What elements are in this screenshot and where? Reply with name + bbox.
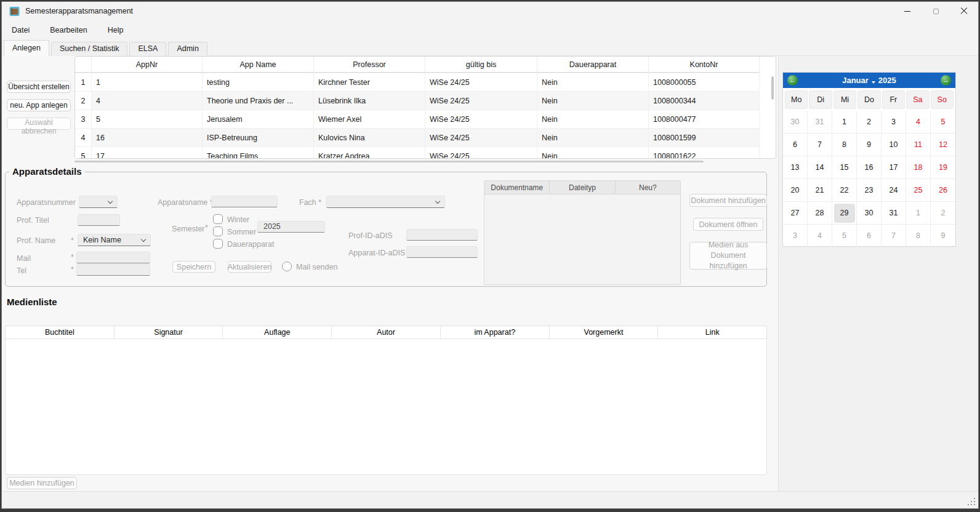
calendar-day[interactable]: 11 (906, 134, 931, 156)
calendar-day[interactable]: 30 (857, 202, 882, 225)
calendar-day[interactable]: 16 (857, 156, 882, 179)
table-row[interactable]: 416ISP-BetreuungKulovics NinaWiSe 24/25N… (75, 128, 776, 146)
calendar-day[interactable]: 15 (832, 156, 857, 179)
menu-help[interactable]: Help (102, 23, 130, 38)
calendar-day[interactable]: 13 (783, 156, 808, 179)
tab-elsa[interactable]: ELSA (129, 42, 166, 56)
table-row[interactable]: 517Teaching FilmsKratzer AndreaWiSe 24/2… (75, 146, 776, 159)
calendar-day[interactable]: 7 (882, 225, 906, 247)
calendar-day[interactable]: 20 (783, 179, 808, 202)
calendar-day[interactable]: 1 (906, 202, 931, 225)
calendar-day[interactable]: 25 (906, 179, 931, 202)
calendar-day[interactable]: 6 (857, 225, 882, 247)
horizontal-scrollbar[interactable] (74, 161, 704, 162)
mail-field[interactable] (76, 252, 150, 263)
uebersicht-erstellen-button[interactable]: Übersicht erstellen (7, 81, 71, 93)
calendar-day[interactable]: 17 (882, 156, 906, 179)
sommer-radio[interactable] (213, 226, 223, 236)
doc-col-dateityp[interactable]: Dateityp (550, 181, 615, 194)
resize-grip-icon[interactable] (974, 504, 975, 505)
dauerapparat-radio[interactable] (213, 239, 223, 249)
prof-id-adis-field[interactable] (406, 229, 478, 241)
year-field[interactable]: 2025 (257, 221, 325, 233)
calendar-day[interactable]: 21 (808, 179, 832, 202)
apparat-col-gueltig-bis[interactable]: gültig bis (425, 57, 537, 73)
calendar-prev-button[interactable]: ← (787, 75, 798, 86)
speichern-button[interactable]: Speichern (172, 261, 215, 273)
calendar-day[interactable]: 5 (931, 111, 955, 134)
calendar-day[interactable]: 9 (857, 134, 882, 156)
calendar-day[interactable]: 30 (783, 111, 808, 134)
tab-anlegen[interactable]: Anlegen (4, 40, 49, 56)
table-row[interactable]: 24Theorie und Praxis der ...Lüsebrink Il… (75, 91, 776, 110)
media-col-link[interactable]: Link (658, 326, 766, 338)
minimize-button[interactable] (893, 2, 922, 20)
calendar-day[interactable]: 10 (882, 134, 906, 156)
calendar-day[interactable]: 22 (832, 179, 857, 202)
calendar-day[interactable]: 31 (808, 111, 832, 134)
calendar-day[interactable]: 8 (832, 134, 857, 156)
calendar-day[interactable]: 19 (931, 156, 955, 179)
apparat-col-professor[interactable]: Professor (314, 57, 425, 73)
vertical-scrollbar[interactable] (771, 76, 774, 100)
menu-bearbeiten[interactable]: Bearbeiten (44, 23, 93, 38)
apparatsname-field[interactable] (211, 196, 278, 207)
calendar-day[interactable]: 6 (783, 134, 808, 156)
prof-name-combobox[interactable]: Kein Name (78, 234, 151, 246)
menu-datei[interactable]: Datei (6, 23, 36, 38)
table-row[interactable]: 35JerusalemWiemer AxelWiSe 24/25Nein1008… (75, 110, 776, 128)
calendar-day[interactable]: 24 (882, 179, 906, 202)
calendar-day[interactable]: 29 (832, 202, 857, 225)
media-col-autor[interactable]: Autor (332, 326, 441, 338)
table-row[interactable]: 11testingKirchner TesterWiSe 24/25Nein10… (75, 73, 776, 91)
doc-col-neu[interactable]: Neu? (616, 181, 680, 194)
tab-suchen-statistik[interactable]: Suchen / Statistik (51, 42, 128, 56)
maximize-button[interactable] (922, 2, 950, 20)
calendar-day[interactable]: 27 (783, 202, 808, 225)
calendar-day[interactable]: 3 (882, 111, 906, 134)
winter-radio[interactable] (213, 214, 223, 224)
calendar-day[interactable]: 2 (931, 202, 955, 225)
calendar-day[interactable]: 3 (783, 225, 808, 247)
media-col-auflage[interactable]: Auflage (223, 326, 332, 338)
dokument-oeffnen-button[interactable]: Dokument öffnen (693, 218, 763, 231)
calendar-day[interactable]: 28 (808, 202, 832, 225)
doc-col-dokumentname[interactable]: Dokumentname (484, 181, 550, 194)
media-col-buchtitel[interactable]: Buchtitel (6, 326, 114, 338)
calendar-day[interactable]: 9 (931, 225, 955, 247)
neu-app-anlegen-button[interactable]: neu. App anlegen (7, 99, 71, 111)
apparatsnummer-combobox[interactable] (79, 196, 118, 208)
auswahl-abbrechen-button[interactable]: Auswahl abbrechen (7, 118, 71, 130)
calendar-day[interactable]: 1 (832, 111, 857, 134)
calendar-day[interactable]: 23 (857, 179, 882, 202)
apparat-col-dauerapparat[interactable]: Dauerapparat (537, 57, 649, 73)
mail-senden-radio[interactable] (282, 262, 292, 271)
dokument-hinzufuegen-button[interactable]: Dokument hinzufügen (689, 194, 767, 207)
apparat-col-app-name[interactable]: App Name (203, 57, 314, 73)
tel-field[interactable] (76, 264, 150, 276)
calendar-day[interactable]: 18 (906, 156, 931, 179)
aktualisieren-button[interactable]: Aktualisieren (228, 261, 271, 273)
calendar-day[interactable]: 8 (906, 225, 931, 247)
apparat-id-adis-field[interactable] (406, 246, 478, 258)
prof-titel-field[interactable] (78, 214, 120, 226)
apparat-col-appnr[interactable]: AppNr (92, 57, 203, 73)
close-button[interactable] (950, 2, 978, 20)
calendar-day[interactable]: 4 (906, 111, 931, 134)
tab-admin[interactable]: Admin (168, 42, 207, 56)
calendar-day[interactable]: 4 (808, 225, 832, 247)
media-col-vorgemerkt[interactable]: Vorgemerkt (550, 326, 659, 338)
medien-aus-dokument-hinzufuegen-button[interactable]: Medien aus Dokument hinzufügen (689, 242, 767, 270)
calendar-day[interactable]: 5 (832, 225, 857, 247)
calendar-day[interactable]: 14 (808, 156, 832, 179)
calendar-title[interactable]: Januar 2025 (798, 76, 941, 85)
calendar-day[interactable]: 7 (808, 134, 832, 156)
medien-hinzufuegen-button[interactable]: Medien hinzufügen (7, 477, 77, 489)
media-col-im-apparat[interactable]: im Apparat? (441, 326, 550, 338)
calendar-next-button[interactable]: → (941, 75, 951, 86)
calendar-day[interactable]: 26 (931, 179, 955, 202)
calendar-day[interactable]: 31 (882, 202, 906, 225)
calendar-day[interactable]: 2 (857, 111, 882, 134)
media-col-signatur[interactable]: Signatur (114, 326, 223, 338)
apparat-col-kontonr[interactable]: KontoNr (649, 57, 760, 73)
